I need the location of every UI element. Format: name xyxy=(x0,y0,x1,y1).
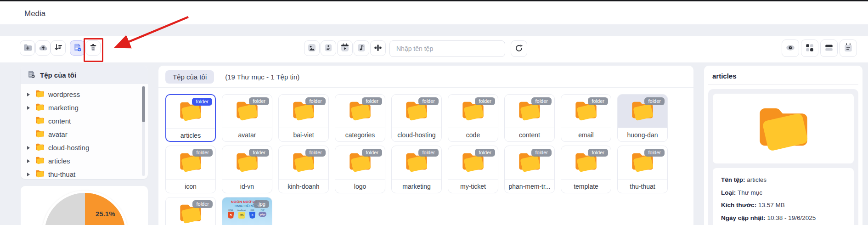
filter-audio-button[interactable] xyxy=(354,40,369,56)
caret-icon xyxy=(27,146,30,150)
filter-videos-button[interactable] xyxy=(337,40,353,56)
file-card[interactable]: folder avatar xyxy=(222,94,272,142)
tech-logos: HTML5 JavaScriptJS CSS3 PHPphp xyxy=(228,209,267,219)
file-card[interactable]: folder bai-viet xyxy=(278,94,329,142)
meta-label: Tên tệp xyxy=(721,176,747,183)
storage-pie xyxy=(42,191,128,225)
file-card[interactable]: folder huong-dan xyxy=(617,94,668,142)
file-card[interactable]: folder phan-mem-tr... xyxy=(504,146,555,193)
divider xyxy=(708,84,858,85)
meta-label: Loại xyxy=(721,189,738,196)
caret-icon xyxy=(27,93,30,96)
folder-icon xyxy=(35,116,45,126)
breadcrumb[interactable]: Tệp của tôi xyxy=(165,70,214,84)
grid-icon xyxy=(805,43,815,54)
paste-file-check-icon xyxy=(73,43,82,53)
tree-item-label: marketing xyxy=(48,104,79,112)
grid-view-button[interactable] xyxy=(801,39,818,57)
file-name: cloud-hosting xyxy=(392,128,441,141)
filter-other-button[interactable] xyxy=(370,40,386,56)
my-files-icon xyxy=(27,70,36,80)
tree-root[interactable]: Tệp của tôi xyxy=(21,66,148,84)
type-badge: folder xyxy=(305,149,326,157)
file-name: content xyxy=(505,128,554,141)
cloud-upload-icon xyxy=(39,43,48,53)
file-name: kinh-doanh xyxy=(279,180,328,193)
filter-images-button[interactable] xyxy=(304,40,320,56)
tree-item[interactable]: content xyxy=(27,114,136,128)
tree-item[interactable]: articles xyxy=(27,154,136,168)
file-card[interactable]: folder articles xyxy=(165,94,216,142)
sort-icon xyxy=(54,43,63,53)
tree-scrollbar-track xyxy=(142,86,145,176)
type-badge: .jpg xyxy=(254,200,269,208)
type-badge: folder xyxy=(588,97,608,105)
folder-icon xyxy=(35,143,45,152)
type-badge: folder xyxy=(192,149,213,157)
tree-item[interactable]: wordpress xyxy=(27,88,136,101)
annotation-highlight-box xyxy=(84,38,103,62)
new-folder-button[interactable] xyxy=(20,40,35,56)
file-card[interactable]: folder thu-thuat xyxy=(617,146,668,193)
file-card[interactable]: folder content xyxy=(504,94,555,142)
file-card[interactable]: folder template xyxy=(561,146,611,193)
meta-value: articles xyxy=(747,176,767,183)
details-view-button[interactable] xyxy=(840,39,857,57)
css-logo: CSS3 xyxy=(249,209,255,219)
caret-slot xyxy=(27,159,32,163)
file-card[interactable]: folder kinh-doanh xyxy=(278,146,329,193)
file-card[interactable]: folder my-ticket xyxy=(448,146,498,193)
file-card[interactable]: folder cloud-hosting xyxy=(391,94,442,142)
type-badge: folder xyxy=(588,149,608,157)
file-name: template xyxy=(561,180,611,193)
file-card[interactable]: folder logo xyxy=(335,146,385,193)
details-meta: Tên tệparticlesLoạiThư mụcKích thước13.5… xyxy=(713,168,854,225)
type-badge: folder xyxy=(531,149,552,157)
file-name: thu-thuat xyxy=(618,180,667,193)
refresh-button[interactable] xyxy=(511,40,527,57)
file-card[interactable]: .jpg NGÔN NGỮ LẬP T TRONG THIẾT KẾ WEB H… xyxy=(222,197,272,225)
meta-value: Thư mục xyxy=(738,189,762,196)
image-icon xyxy=(307,43,316,54)
file-card[interactable]: folder icon xyxy=(165,146,216,193)
folder-icon xyxy=(35,156,45,166)
video-icon xyxy=(340,43,349,54)
file-card[interactable]: folder code xyxy=(448,94,498,142)
sort-button[interactable] xyxy=(51,40,66,56)
file-card[interactable]: folder email xyxy=(561,94,611,142)
folder-icon xyxy=(35,129,45,139)
file-card[interactable]: folder marketing xyxy=(391,146,442,193)
file-card[interactable]: folder categories xyxy=(335,94,385,142)
tree-item-label: wordpress xyxy=(48,90,80,98)
tree-item[interactable]: cloud-hosting xyxy=(27,141,136,154)
folder-plus-icon xyxy=(23,43,32,53)
caret-icon xyxy=(27,106,30,110)
folder-icon-large xyxy=(755,103,812,154)
details-body: Tên tệparticlesLoạiThư mụcKích thước13.5… xyxy=(708,89,858,225)
file-name: my-ticket xyxy=(448,180,498,193)
meta-row: LoạiThư mục xyxy=(721,186,845,199)
file-browser-panel: Tệp của tôi (19 Thư mục - 1 Tệp tin) fol… xyxy=(158,66,693,225)
file-card[interactable]: folder id-vn xyxy=(222,146,272,193)
tree-item[interactable]: thu-thuat xyxy=(27,168,136,181)
file-name: phan-mem-tr... xyxy=(505,180,554,193)
tree-root-label: Tệp của tôi xyxy=(40,71,76,79)
type-badge: folder xyxy=(249,97,269,105)
filter-files-button[interactable] xyxy=(321,40,336,56)
tree-item[interactable]: marketing xyxy=(27,101,136,114)
tree-item-label: articles xyxy=(48,157,70,165)
upload-button[interactable] xyxy=(35,40,51,56)
details-preview xyxy=(713,94,854,163)
tree-scrollbar-thumb[interactable] xyxy=(142,86,145,122)
details-panel: articles Tên tệparticlesLoạiThư mụcKích … xyxy=(704,66,862,225)
search-input[interactable] xyxy=(389,40,505,57)
list-view-button[interactable] xyxy=(820,39,838,57)
tree-item[interactable]: avatar xyxy=(27,128,136,141)
eye-icon xyxy=(785,43,795,54)
paste-button[interactable] xyxy=(70,40,85,56)
type-badge: folder xyxy=(418,149,439,157)
file-card[interactable]: folder xyxy=(165,197,216,225)
rows-icon xyxy=(824,43,834,54)
page-title: Media xyxy=(24,9,45,18)
preview-toggle-button[interactable] xyxy=(782,39,799,57)
